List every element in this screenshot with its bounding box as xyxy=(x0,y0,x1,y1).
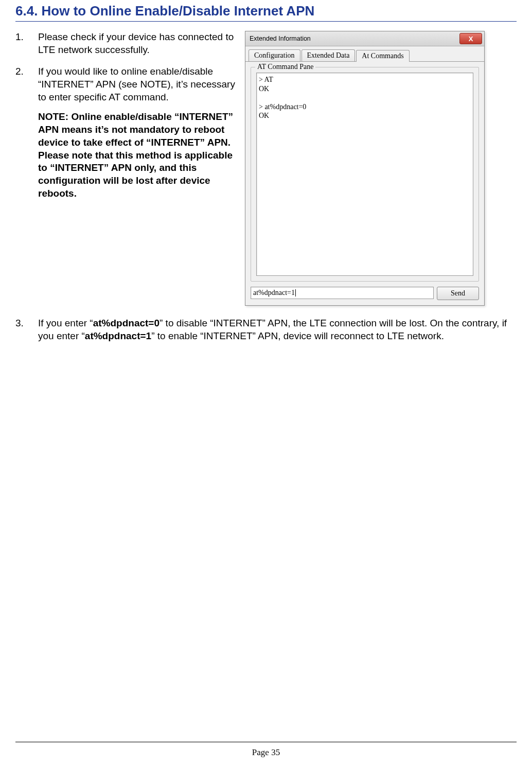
at-command-pane-group: AT Command Pane > AT OK > at%dpdnact=0 O… xyxy=(251,67,479,282)
step-2: If you would like to online enable/disab… xyxy=(15,65,242,200)
step-3-cmd1: at%dpdnact=1 xyxy=(85,330,151,341)
step-3-cmd0: at%dpdnact=0 xyxy=(93,318,159,328)
close-button[interactable]: X xyxy=(459,33,482,44)
command-input-value: at%dpdnact=1 xyxy=(253,289,295,297)
step-1: Please check if your device has connecte… xyxy=(15,31,242,56)
tab-extended-data[interactable]: Extended Data xyxy=(302,49,356,61)
step-2-text: If you would like to online enable/disab… xyxy=(38,66,235,102)
section-heading: 6.4. How to Online Enable/Disable Intern… xyxy=(15,3,517,22)
group-title: AT Command Pane xyxy=(255,63,315,71)
close-icon: X xyxy=(469,36,473,42)
command-input[interactable]: at%dpdnact=1 xyxy=(251,287,434,299)
step-3-text-a: If you enter “ xyxy=(38,318,93,328)
extended-information-dialog: Extended Information X Configuration Ext… xyxy=(245,31,485,306)
console-output: > AT OK > at%dpdnact=0 OK xyxy=(256,73,473,276)
instructions-column: Please check if your device has connecte… xyxy=(15,31,242,209)
send-button[interactable]: Send xyxy=(437,287,479,300)
dialog-tabs: Configuration Extended Data At Commands xyxy=(245,46,484,62)
step-1-text: Please check if your device has connecte… xyxy=(38,31,234,55)
dialog-title: Extended Information xyxy=(250,35,311,42)
step-2-note: NOTE: Online enable/disable “INTERNET” A… xyxy=(38,111,242,200)
footer-divider xyxy=(15,742,517,742)
page-number: Page 35 xyxy=(0,747,532,758)
tab-at-commands[interactable]: At Commands xyxy=(356,50,409,62)
tab-configuration[interactable]: Configuration xyxy=(249,49,300,61)
step-3: If you enter “at%dpdnact=0” to disable “… xyxy=(15,317,517,342)
dialog-titlebar: Extended Information X xyxy=(245,31,484,46)
text-caret-icon xyxy=(295,289,296,296)
step-3-text-c: ” to enable “INTERNET” APN, device will … xyxy=(151,330,444,341)
